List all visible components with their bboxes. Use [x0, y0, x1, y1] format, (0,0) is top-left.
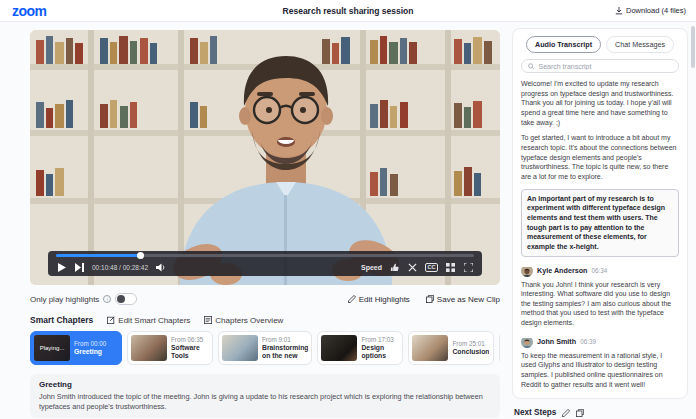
- seek-bar-progress: [56, 254, 140, 257]
- only-play-highlights-toggle[interactable]: [115, 293, 137, 305]
- speaker-timestamp: 06:39: [580, 338, 596, 345]
- chapter-card-conclusion[interactable]: From 25:01 Conclusion: [408, 331, 494, 365]
- scrollbar-thumb[interactable]: [691, 26, 695, 68]
- download-icon: [615, 7, 623, 15]
- player-options-row: Only play highlights i Edit Highlights S…: [30, 292, 500, 306]
- tab-audio-transcript[interactable]: Audio Transcript: [526, 36, 601, 53]
- chapter-card-software-tools[interactable]: From 06:35 Software Tools: [127, 331, 213, 365]
- message-text: To keep the measurement in a rational st…: [521, 351, 679, 390]
- next-chapter-button[interactable]: [74, 262, 85, 273]
- scissors-icon: [408, 263, 417, 272]
- playback-time: 00:10:48 / 00:28:42: [92, 264, 148, 271]
- download-button[interactable]: Download (4 files): [615, 6, 686, 15]
- chapters-overview-label: Chapters Overview: [215, 316, 283, 325]
- chapter-title: Design options: [361, 344, 399, 360]
- chapter-from: From 25:01: [452, 340, 489, 347]
- toggle-knob: [117, 295, 125, 303]
- seek-bar-handle[interactable]: [137, 252, 144, 259]
- download-label: Download (4 files): [626, 6, 686, 15]
- speed-button[interactable]: Speed: [361, 264, 382, 271]
- chapter-thumbnail: [412, 335, 448, 361]
- grid-icon: [446, 263, 455, 272]
- chapter-from: From 9:01: [262, 336, 308, 343]
- info-icon: i: [103, 295, 111, 303]
- chapter-card-partial[interactable]: [499, 331, 500, 365]
- transcript-panel: Audio Transcript Chat Messages Welcome! …: [512, 28, 688, 399]
- transcript-search[interactable]: [521, 59, 679, 73]
- top-bar: zoom Research result sharing session Dow…: [0, 0, 696, 22]
- pencil-icon[interactable]: [562, 409, 570, 417]
- zoom-logo: zoom: [12, 3, 47, 19]
- chapters-overview-button[interactable]: Chapters Overview: [204, 316, 283, 325]
- chapter-summary-card: Greeting John Smith introduced the topic…: [30, 374, 500, 418]
- fullscreen-icon: [464, 263, 473, 272]
- save-as-new-clip-button[interactable]: Save as New Clip: [426, 295, 500, 304]
- chapter-thumbnail: [321, 335, 357, 361]
- smart-chapters-header: Smart Chapters Edit Smart Chapters Chapt…: [30, 314, 500, 326]
- chapter-from: From 00:00: [74, 340, 106, 347]
- clip-button[interactable]: [407, 262, 418, 273]
- closed-captions-button[interactable]: CC: [425, 263, 438, 272]
- edit-highlights-label: Edit Highlights: [359, 295, 410, 304]
- speaker-timestamp: 06:34: [591, 267, 607, 274]
- edit-square-icon: [107, 316, 115, 324]
- only-play-highlights-label: Only play highlights: [30, 295, 99, 304]
- seek-bar[interactable]: [56, 254, 474, 257]
- fullscreen-button[interactable]: [463, 262, 474, 273]
- search-input[interactable]: [538, 63, 672, 70]
- search-icon: [528, 63, 534, 70]
- skip-next-icon: [75, 263, 84, 272]
- page-scrollbar[interactable]: [691, 24, 695, 417]
- play-icon: [58, 263, 66, 272]
- smart-chapters-title: Smart Chapters: [30, 315, 93, 325]
- chapter-summary-title: Greeting: [39, 380, 491, 389]
- next-steps-section: Next Steps Make sure new design is updat…: [512, 408, 688, 419]
- transcript-paragraph: To get started, I want to introduce a bi…: [521, 133, 679, 181]
- next-steps-title: Next Steps: [514, 408, 556, 417]
- chapter-card-greeting[interactable]: Playing... From 00:00 Greeting: [30, 331, 122, 365]
- playing-badge: Playing...: [34, 335, 70, 361]
- transcript-message: John Smith 06:39 To keep the measurement…: [521, 336, 679, 390]
- overview-list-icon: [204, 316, 212, 324]
- volume-button[interactable]: [155, 262, 166, 273]
- message-text: Thank you John! I think your research is…: [521, 280, 679, 328]
- chapter-thumbnail: Playing...: [34, 335, 70, 361]
- video-player[interactable]: 00:10:48 / 00:28:42 Speed CC: [30, 30, 500, 285]
- edit-highlights-button[interactable]: Edit Highlights: [348, 295, 410, 304]
- transcript-highlighted-paragraph[interactable]: An important part of my research is to e…: [521, 189, 679, 257]
- chapter-from: From 06:35: [171, 336, 209, 343]
- edit-smart-chapters-label: Edit Smart Chapters: [118, 316, 190, 325]
- copy-icon[interactable]: [576, 409, 584, 417]
- edit-smart-chapters-button[interactable]: Edit Smart Chapters: [107, 316, 190, 325]
- recording-page: zoom Research result sharing session Dow…: [0, 0, 696, 419]
- page-title: Research result sharing session: [0, 6, 696, 16]
- tab-chat-messages[interactable]: Chat Messages: [606, 36, 674, 53]
- thumbnail-view-button[interactable]: [445, 262, 456, 273]
- sidebar-tabs: Audio Transcript Chat Messages: [521, 36, 679, 53]
- copy-icon: [426, 295, 434, 303]
- chapter-card-list: Playing... From 00:00 Greeting From 06:3…: [30, 331, 500, 367]
- video-frame-speaker: [30, 30, 500, 285]
- transcript-message: Kyle Anderson 06:34 Thank you John! I th…: [521, 265, 679, 328]
- chapter-card-design-options[interactable]: From 17:03 Design options: [317, 331, 403, 365]
- chapter-summary-text: John Smith introduced the topic of the m…: [39, 392, 491, 412]
- chapter-title: Software Tools: [171, 344, 209, 360]
- play-button[interactable]: [56, 262, 67, 273]
- save-as-new-clip-label: Save as New Clip: [437, 295, 500, 304]
- avatar-john-smith: [521, 336, 533, 348]
- chapter-card-brainstorming[interactable]: From 9:01 Brainstorming on the new ide..…: [218, 331, 312, 365]
- speaker-name: John Smith: [537, 337, 576, 346]
- sidebar: Audio Transcript Chat Messages Welcome! …: [512, 28, 688, 419]
- volume-icon: [156, 263, 166, 272]
- highlight-reaction-button[interactable]: [389, 262, 400, 273]
- chapter-title: Greeting: [74, 348, 106, 356]
- chapter-thumbnail: [131, 335, 167, 361]
- chapter-title: Brainstorming on the new ide...: [262, 344, 308, 360]
- thumbs-up-icon: [390, 263, 399, 272]
- speaker-name: Kyle Anderson: [537, 266, 587, 275]
- chapter-thumbnail: [222, 335, 258, 361]
- avatar-kyle-anderson: [521, 265, 533, 277]
- player-controls-bar: 00:10:48 / 00:28:42 Speed CC: [48, 251, 482, 276]
- player-column: 00:10:48 / 00:28:42 Speed CC: [30, 30, 500, 418]
- chapter-title: Conclusion: [452, 348, 489, 356]
